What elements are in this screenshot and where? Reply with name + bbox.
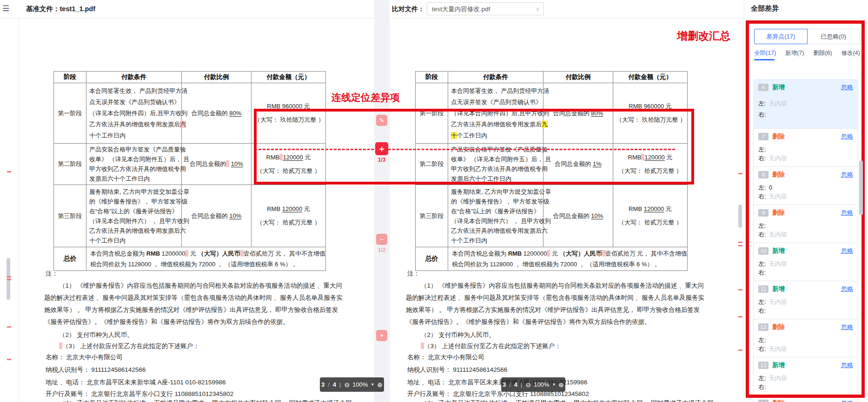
- add-marker-plus-icon[interactable]: ＋: [376, 330, 387, 341]
- diff-position-marker: [738, 316, 742, 317]
- deleted-gap-highlight: [421, 343, 424, 349]
- panel-scrollbar-thumb[interactable]: [859, 160, 863, 215]
- zoom-caret-icon[interactable]: ▼: [371, 382, 374, 387]
- right-pdf-toolbar: 3 / 4 | ⊖ 100% ▼ ⊕: [501, 377, 565, 392]
- diff-left-value: 无内容: [769, 260, 787, 267]
- ignore-link[interactable]: 忽略: [841, 323, 853, 331]
- ignore-link[interactable]: 忽略: [841, 132, 853, 141]
- page-number[interactable]: 3: [503, 381, 506, 388]
- diff-card[interactable]: 13 新增 忽略 左:无内容 右:: [753, 357, 858, 399]
- tab-ignored[interactable]: 已忽略(0): [808, 29, 861, 44]
- stage-2-ratio: 合同总金额的 1%: [543, 144, 613, 185]
- col-header-ratio: 付款比例: [182, 72, 252, 83]
- col-header-amount: 付款金额（元）: [252, 72, 326, 83]
- deleted-gap-highlight: [59, 343, 62, 349]
- col-header-condition: 付款条件: [86, 72, 182, 83]
- diff-card[interactable]: 12 删除 忽略 左: 右:无内容: [753, 319, 858, 361]
- diff-number-badge: 12: [758, 323, 769, 331]
- filter-active-indicator: [754, 59, 775, 60]
- ignore-link[interactable]: 忽略: [841, 285, 853, 293]
- filter-modified[interactable]: 修改(4): [841, 49, 860, 57]
- stage-3-label: 第三阶段: [416, 185, 448, 247]
- diff-number-badge: 10: [758, 247, 769, 255]
- diff-position-marker: [738, 289, 742, 290]
- pane-gutter: [374, 0, 390, 402]
- menu-icon[interactable]: ☰: [2, 5, 11, 13]
- zoom-caret-icon[interactable]: ▼: [552, 382, 556, 387]
- diff-card[interactable]: 8 删除 忽略 左:0 右:无内容: [753, 166, 858, 208]
- delete-marker-minus-icon[interactable]: −: [376, 234, 387, 245]
- total-label: 总价: [54, 247, 86, 271]
- total-label: 总价: [416, 247, 448, 271]
- diff-type-label: 删除: [772, 323, 785, 331]
- diff-right-value: 无内容: [769, 345, 787, 352]
- diff-card[interactable]: 10 新增 忽略 左:无内容 右:: [753, 243, 858, 284]
- deleted-char-highlight: 六: [180, 121, 186, 128]
- diff-card[interactable]: 14 删除 忽略: [753, 395, 858, 402]
- add-diff-counter: 1/3: [375, 157, 388, 163]
- stage-3-condition: 服务期结束, 乙方向甲方提交加盖公章 的《维护服务报告》， 甲方签发等级 在“合…: [448, 185, 543, 247]
- diff-number-badge: 11: [758, 285, 769, 293]
- annotation-summary-label: 增删改汇总: [677, 29, 730, 43]
- page-number[interactable]: 3: [321, 381, 325, 388]
- diff-position-marker: [7, 171, 11, 172]
- zoom-out-icon[interactable]: ⊖: [344, 381, 350, 389]
- delete-diff-counter: 1/2: [376, 247, 387, 253]
- ignore-link[interactable]: 忽略: [841, 171, 853, 179]
- stage-3-amount: RMB 120000 元 （大写： 拾贰万元整 ）: [252, 185, 326, 247]
- panel-tabs: 差异点(17) 已忽略(0): [754, 29, 860, 44]
- diff-card[interactable]: 9 删除 忽略 左: 右:无内容: [753, 204, 858, 246]
- stage-1-condition: 本合同签署生效， 产品到货经甲方清 点无误并签发《产品到货确认书》 （详见本合同…: [448, 83, 543, 144]
- diff-card[interactable]: 7 删除 忽略 左: 右:无内容: [753, 128, 858, 170]
- zoom-in-icon[interactable]: ⊕: [558, 381, 564, 389]
- diff-position-marker: [738, 242, 742, 243]
- diff-card[interactable]: 6 新增 忽略 左:无内容 右:: [753, 79, 858, 132]
- zoom-level[interactable]: 100%: [352, 381, 368, 388]
- stage-3-amount: RMB 120000 元 （大写： 拾贰万元整 ）: [613, 185, 688, 247]
- diff-position-marker: [7, 276, 11, 277]
- diff-type-label: 新增: [772, 361, 785, 369]
- ignore-link[interactable]: 忽略: [841, 83, 853, 92]
- diff-type-label: 删除: [772, 399, 785, 402]
- diff-left-value: 无内容: [769, 375, 787, 382]
- right-scrollbar-thumb[interactable]: [738, 204, 742, 228]
- col-header-condition: 付款条件: [448, 72, 543, 83]
- stage-3-label: 第三阶段: [54, 185, 86, 247]
- diff-type-label: 删除: [772, 209, 785, 217]
- diff-position-marker: [738, 173, 742, 174]
- ignore-link[interactable]: 忽略: [841, 247, 853, 255]
- compare-file-select[interactable]: test大量内容修改.pdf ∨: [427, 2, 544, 15]
- diff-position-marker: [7, 279, 11, 280]
- filter-deleted[interactable]: 删除(6): [813, 49, 832, 57]
- pdf-compare-app: ☰ 基准文件：test1_1.pdf 比对文件： test大量内容修改.pdf …: [0, 0, 868, 402]
- left-pdf-toolbar: 3 / 4 | ⊖ 100% ▼ ⊕: [320, 377, 384, 392]
- chevron-down-icon: ∨: [536, 3, 540, 15]
- zoom-level[interactable]: 100%: [534, 381, 549, 388]
- diff-number-badge: 7: [758, 133, 769, 140]
- current-diff-add-icon[interactable]: ＋: [375, 142, 388, 155]
- diff-card[interactable]: 11 新增 忽略 左:无内容 右:: [753, 281, 858, 323]
- page-total: 4: [333, 381, 336, 388]
- col-header-stage: 阶段: [416, 72, 448, 83]
- diff-type-label: 新增: [772, 285, 785, 293]
- col-header-stage: 阶段: [54, 72, 86, 83]
- ignore-link[interactable]: 忽略: [841, 209, 853, 217]
- filter-all[interactable]: 全部(17): [754, 49, 776, 57]
- filter-added[interactable]: 新增(7): [785, 49, 804, 57]
- diff-number-badge: 6: [758, 84, 769, 91]
- ignore-link[interactable]: 忽略: [841, 399, 853, 402]
- ignore-link[interactable]: 忽略: [841, 361, 853, 369]
- diff-left-value: 无内容: [769, 100, 787, 107]
- zoom-in-icon[interactable]: ⊕: [377, 381, 383, 389]
- stage-2-condition: 产品安装合格甲方签发《产品质量验 收单》 （详见本合同附件五）后， 且 甲方收到…: [448, 144, 543, 185]
- tab-diff-points[interactable]: 差异点(17): [754, 29, 808, 44]
- modify-marker-pencil-icon[interactable]: ✎: [376, 115, 387, 126]
- base-file-name: test1_1.pdf: [60, 5, 96, 13]
- panel-title: 全部差异: [751, 4, 779, 13]
- stage-2-amount: RMB120000 元 （大写： 拾贰万元整 ）: [613, 144, 688, 185]
- zoom-out-icon[interactable]: ⊖: [525, 381, 531, 389]
- right-contract-table: 阶段 付款条件 付款比例 付款金额（元） 第一阶段 本合同签署生效， 产品到货经…: [415, 71, 688, 271]
- stage-2-ratio: 合同总金额的 10%: [182, 144, 252, 185]
- diff-type-label: 新增: [772, 247, 785, 255]
- compare-file-label: 比对文件：: [392, 5, 424, 13]
